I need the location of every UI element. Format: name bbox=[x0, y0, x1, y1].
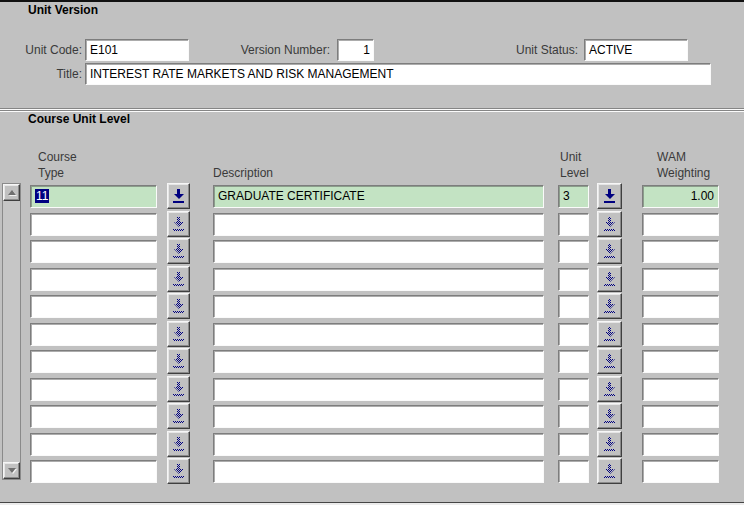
description-field[interactable] bbox=[213, 240, 544, 263]
course-unit-row bbox=[0, 377, 744, 404]
title-label: Title: bbox=[6, 67, 82, 81]
unit-level-lov-button[interactable] bbox=[597, 348, 622, 374]
description-field[interactable] bbox=[213, 405, 544, 428]
lov-down-arrow-icon bbox=[173, 464, 185, 478]
course-type-lov-button[interactable] bbox=[167, 211, 190, 237]
unit-level-lov-button[interactable] bbox=[597, 293, 622, 319]
lov-down-arrow-icon bbox=[604, 217, 616, 231]
course-type-field[interactable] bbox=[30, 433, 157, 456]
description-value: GRADUATE CERTIFICATE bbox=[218, 189, 365, 203]
unit-level-field[interactable]: 3 bbox=[558, 185, 589, 208]
wam-weighting-field[interactable] bbox=[642, 240, 719, 263]
wam-weighting-header-line2: Weighting bbox=[657, 166, 710, 180]
course-type-field[interactable] bbox=[30, 350, 157, 373]
course-type-lov-button[interactable] bbox=[167, 458, 190, 484]
unit-level-lov-button[interactable] bbox=[597, 266, 622, 292]
description-field[interactable] bbox=[213, 268, 544, 291]
description-field[interactable] bbox=[213, 378, 544, 401]
course-unit-row bbox=[0, 432, 744, 459]
course-type-field[interactable] bbox=[30, 213, 157, 236]
unit-level-field[interactable] bbox=[558, 350, 589, 373]
wam-weighting-field[interactable] bbox=[642, 268, 719, 291]
course-type-field[interactable] bbox=[30, 240, 157, 263]
course-type-field[interactable] bbox=[30, 268, 157, 291]
course-type-lov-button[interactable] bbox=[167, 376, 190, 402]
course-type-value: 11 bbox=[35, 189, 49, 203]
wam-weighting-field[interactable] bbox=[642, 350, 719, 373]
unit-level-field[interactable] bbox=[558, 433, 589, 456]
course-unit-row bbox=[0, 212, 744, 239]
unit-code-label: Unit Code: bbox=[6, 43, 82, 57]
lov-down-arrow-icon bbox=[173, 272, 185, 286]
wam-weighting-field[interactable] bbox=[642, 378, 719, 401]
lov-down-arrow-icon bbox=[173, 299, 185, 313]
lov-down-arrow-icon bbox=[604, 437, 616, 451]
unit-level-field[interactable] bbox=[558, 213, 589, 236]
lov-down-arrow-icon bbox=[604, 244, 616, 258]
unit-level-field[interactable] bbox=[558, 378, 589, 401]
title-field[interactable]: INTEREST RATE MARKETS AND RISK MANAGEMEN… bbox=[85, 63, 711, 85]
course-type-field[interactable] bbox=[30, 405, 157, 428]
description-field[interactable] bbox=[213, 460, 544, 483]
course-unit-row bbox=[0, 294, 744, 321]
course-unit-row bbox=[0, 459, 744, 486]
course-type-lov-button[interactable] bbox=[167, 348, 190, 374]
wam-weighting-field[interactable] bbox=[642, 405, 719, 428]
wam-weighting-field[interactable] bbox=[642, 433, 719, 456]
course-type-field[interactable] bbox=[30, 460, 157, 483]
course-unit-row bbox=[0, 239, 744, 266]
lov-down-arrow-icon bbox=[173, 189, 185, 203]
lov-down-arrow-icon bbox=[173, 354, 185, 368]
unit-level-header-line1: Unit bbox=[560, 150, 581, 164]
unit-level-lov-button[interactable] bbox=[597, 321, 622, 347]
lov-down-arrow-icon bbox=[604, 409, 616, 423]
description-field[interactable]: GRADUATE CERTIFICATE bbox=[213, 185, 544, 208]
unit-level-lov-button[interactable] bbox=[597, 238, 622, 264]
wam-weighting-field[interactable] bbox=[642, 323, 719, 346]
course-type-lov-button[interactable] bbox=[167, 403, 190, 429]
unit-code-field[interactable]: E101 bbox=[85, 39, 189, 61]
wam-weighting-field[interactable] bbox=[642, 460, 719, 483]
course-type-field[interactable]: 11 bbox=[30, 185, 157, 208]
lov-down-arrow-icon bbox=[173, 244, 185, 258]
wam-weighting-field[interactable] bbox=[642, 213, 719, 236]
description-field[interactable] bbox=[213, 295, 544, 318]
lov-down-arrow-icon bbox=[604, 189, 616, 203]
unit-status-field[interactable]: ACTIVE bbox=[584, 39, 688, 61]
lov-down-arrow-icon bbox=[173, 217, 185, 231]
unit-level-field[interactable] bbox=[558, 323, 589, 346]
unit-level-field[interactable] bbox=[558, 460, 589, 483]
unit-level-field[interactable] bbox=[558, 240, 589, 263]
wam-weighting-field[interactable] bbox=[642, 295, 719, 318]
course-type-field[interactable] bbox=[30, 378, 157, 401]
unit-level-lov-button[interactable] bbox=[597, 211, 622, 237]
unit-level-field[interactable] bbox=[558, 295, 589, 318]
lov-down-arrow-icon bbox=[604, 464, 616, 478]
course-type-lov-button[interactable] bbox=[167, 293, 190, 319]
course-type-field[interactable] bbox=[30, 323, 157, 346]
course-type-field[interactable] bbox=[30, 295, 157, 318]
unit-level-field[interactable] bbox=[558, 268, 589, 291]
wam-weighting-field[interactable]: 1.00 bbox=[642, 185, 719, 208]
course-unit-row bbox=[0, 404, 744, 431]
unit-level-lov-button[interactable] bbox=[597, 431, 622, 457]
unit-level-lov-button[interactable] bbox=[597, 458, 622, 484]
description-field[interactable] bbox=[213, 323, 544, 346]
description-field[interactable] bbox=[213, 350, 544, 373]
course-type-lov-button[interactable] bbox=[167, 431, 190, 457]
unit-level-field[interactable] bbox=[558, 405, 589, 428]
wam-weighting-header-line1: WAM bbox=[657, 150, 686, 164]
version-number-label: Version Number: bbox=[215, 43, 330, 57]
course-type-lov-button[interactable] bbox=[167, 183, 190, 209]
lov-down-arrow-icon bbox=[173, 382, 185, 396]
unit-level-lov-button[interactable] bbox=[597, 403, 622, 429]
course-type-lov-button[interactable] bbox=[167, 238, 190, 264]
course-type-lov-button[interactable] bbox=[167, 321, 190, 347]
course-type-lov-button[interactable] bbox=[167, 266, 190, 292]
version-number-field[interactable]: 1 bbox=[337, 39, 374, 61]
unit-level-lov-button[interactable] bbox=[597, 376, 622, 402]
unit-level-lov-button[interactable] bbox=[597, 183, 622, 209]
course-unit-row bbox=[0, 322, 744, 349]
description-field[interactable] bbox=[213, 213, 544, 236]
description-field[interactable] bbox=[213, 433, 544, 456]
